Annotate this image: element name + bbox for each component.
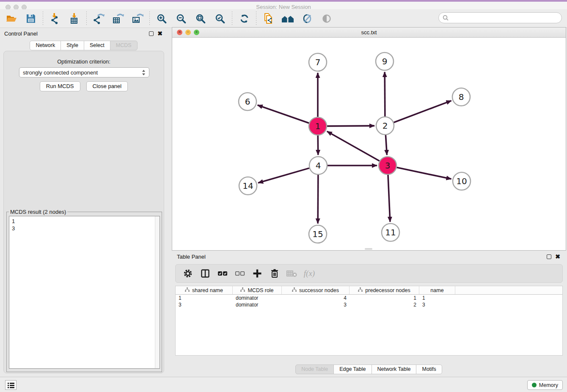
tab-mcds[interactable]: MCDS [110,41,138,50]
edge-3-1[interactable] [327,131,380,161]
column-header-MCDS-role[interactable]: MCDS role [233,286,282,294]
delete-column-icon[interactable] [269,268,280,279]
edge-3-10[interactable] [397,168,451,179]
graph-node-label-7: 7 [315,57,321,67]
network-canvas[interactable]: 7968124314101511 [172,38,566,250]
zoom-in-icon[interactable] [155,12,168,25]
run-mcds-button[interactable]: Run MCDS [40,81,80,91]
column-header-shared-name[interactable]: shared name [176,286,233,294]
show-columns-icon[interactable] [200,268,211,279]
optimization-criterion-dropdown[interactable]: strongly connected component [19,67,149,77]
table-cell[interactable]: 1 [419,295,455,301]
zoom-fit-icon[interactable] [194,12,207,25]
add-column-icon[interactable] [252,268,263,279]
float-table-panel-icon[interactable] [547,254,551,259]
import-table-icon[interactable] [68,12,81,25]
os-titlebar: Session: New Session [0,2,567,9]
edge-4-14[interactable] [258,168,309,183]
table-tabs: Node TableEdge TableNetwork TableMotifs [172,364,566,374]
memory-button[interactable]: Memory [527,380,563,390]
float-panel-icon[interactable] [149,31,154,36]
tab-node-table[interactable]: Node Table [295,364,334,374]
graph-node-label-8: 8 [459,92,464,102]
graph-node-label-9: 9 [382,56,388,66]
export-table-icon[interactable] [112,12,124,25]
edge-2-9[interactable] [385,72,385,116]
edge-3-11[interactable] [388,175,390,222]
close-panel-button[interactable]: Close panel [86,81,128,91]
open-file-icon[interactable] [5,12,18,25]
tab-network-table[interactable]: Network Table [372,364,417,374]
graph-node-label-11: 11 [385,227,396,237]
refresh-layout-icon[interactable] [238,12,250,25]
edge-2-8[interactable] [394,101,451,122]
close-panel-icon[interactable]: ✖ [157,31,162,36]
mcds-result-fieldset: MCDS result (2 nodes) 1 3 [6,209,162,372]
zoom-out-icon[interactable] [175,12,187,25]
task-history-button[interactable] [5,380,17,390]
toolbar-separator [232,11,232,26]
table-row[interactable]: 1dominator411 [176,295,562,301]
network-graph[interactable]: 7968124314101511 [172,38,566,250]
edge-1-2[interactable] [327,126,374,126]
zoom-selected-icon[interactable] [214,12,226,25]
save-session-icon[interactable] [25,12,37,25]
mcds-result-scrollbar[interactable] [155,216,160,368]
edge-1-6[interactable] [258,105,309,123]
tab-motifs[interactable]: Motifs [416,364,442,374]
column-header-label: shared name [192,287,223,293]
toolbar-group [5,12,37,25]
select-all-icon[interactable] [217,268,228,279]
eye-icon[interactable] [320,12,333,25]
home-layout-icon[interactable] [281,12,294,25]
export-image-icon[interactable] [131,12,144,25]
hierarchy-icon [358,287,363,293]
unselect-all-icon[interactable] [234,268,245,279]
control-panel: Control Panel ✖ NetworkStyleSelectMCDS O… [0,29,168,374]
dropdown-value: strongly connected component [23,69,98,76]
table-cell[interactable]: 4 [282,295,350,301]
table-cell[interactable]: 1 [176,295,233,301]
dropdown-spinner-icon [142,69,146,76]
edge-2-3[interactable] [385,135,387,155]
tab-edge-table[interactable]: Edge Table [333,364,372,374]
column-header-predecessor-nodes[interactable]: predecessor nodes [350,286,419,294]
graph-node-label-6: 6 [245,97,250,107]
table-cell[interactable]: 3 [419,301,455,308]
table-cell[interactable]: 3 [282,301,350,308]
table-cell[interactable]: 2 [350,301,419,308]
close-table-panel-icon[interactable]: ✖ [555,254,560,259]
mcds-result-text[interactable]: 1 3 [9,216,160,369]
canvas-scroll-grip[interactable] [365,248,372,250]
edge-4-15[interactable] [318,175,318,224]
network-window-titlebar[interactable]: ✕ − + scc.txt [172,28,566,38]
tab-network[interactable]: Network [30,41,61,50]
toolbar-group [155,12,226,25]
table-cell[interactable]: 3 [176,301,233,308]
table-cell[interactable]: dominator [233,301,282,308]
column-header-name[interactable]: name [419,286,455,294]
hide-graphics-icon[interactable] [301,12,314,25]
column-header-label: name [430,287,443,293]
network-view-window: ✕ − + scc.txt 7968124314101511 [172,27,566,251]
search-input[interactable] [451,15,561,21]
clone-network-icon[interactable] [262,12,275,25]
column-header-successor-nodes[interactable]: successor nodes [282,286,350,294]
graph-node-label-1: 1 [315,121,321,131]
toolbar-group [262,12,333,25]
hierarchy-icon [240,287,245,293]
export-network-icon[interactable] [92,12,105,25]
column-header-label: predecessor nodes [365,287,410,293]
node-table: shared nameMCDS rolesuccessor nodesprede… [175,286,563,356]
table-row[interactable]: 3dominator323 [176,301,562,308]
function-builder-icon: f(x) [304,268,315,279]
tab-style[interactable]: Style [61,41,84,50]
table-cell[interactable]: dominator [233,295,282,301]
mcds-result-title: MCDS result (2 nodes) [9,209,67,215]
column-header-label: successor nodes [299,287,339,293]
search-box[interactable] [438,12,562,23]
tab-select[interactable]: Select [84,41,110,50]
table-cell[interactable]: 1 [350,295,419,301]
import-network-icon[interactable] [49,12,61,25]
settings-gear-icon[interactable] [182,268,193,279]
